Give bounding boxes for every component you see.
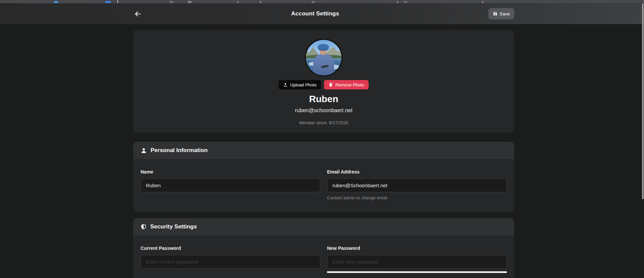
profile-name: Ruben [309, 94, 338, 105]
save-button[interactable]: Save [488, 8, 514, 19]
new-password-field: New Password [327, 246, 507, 273]
person-icon [141, 147, 147, 154]
shield-icon [141, 224, 147, 230]
browser-toolbar-strip [0, 0, 644, 3]
back-arrow-icon [134, 10, 142, 18]
name-field: Name [141, 169, 320, 200]
new-password-input[interactable] [327, 255, 507, 269]
personal-info-body: Name Email Address Contact admin to chan… [133, 159, 514, 212]
email-helper-text: Contact admin to change email [327, 195, 507, 200]
current-password-field: Current Password [141, 246, 320, 273]
toolbar-icon-fragment[interactable] [188, 1, 192, 3]
trash-icon [328, 82, 333, 87]
profile-email: ruben@schoonbaert.net [295, 108, 353, 114]
toolbar-icon-fragment[interactable] [482, 1, 483, 3]
avatar [305, 39, 342, 76]
name-label: Name [141, 169, 320, 175]
save-icon [493, 11, 497, 16]
toolbar-icon-fragment[interactable] [105, 1, 111, 3]
security-header: Security Settings [133, 218, 514, 235]
email-field: Email Address Contact admin to change em… [327, 169, 507, 200]
upload-photo-label: Upload Photo [290, 82, 317, 87]
upload-photo-button[interactable]: Upload Photo [279, 80, 321, 89]
save-button-label: Save [499, 11, 510, 16]
member-since: Member since: 9/17/2025 [299, 120, 348, 125]
toolbar-icon-fragment[interactable] [237, 1, 239, 3]
page-title: Account Settings [142, 10, 488, 17]
toolbar-icon-fragment[interactable] [404, 1, 407, 3]
personal-info-title: Personal Information [151, 147, 208, 154]
upload-icon [283, 82, 288, 87]
password-strength-bar [327, 271, 507, 273]
toolbar-icon-fragment[interactable] [397, 1, 398, 3]
main-content: Upload Photo Remove Photo Ruben ruben@sc… [0, 24, 644, 278]
security-title: Security Settings [150, 223, 197, 230]
photo-buttons: Upload Photo Remove Photo [279, 80, 369, 89]
remove-photo-button[interactable]: Remove Photo [324, 80, 369, 89]
toolbar-icon-fragment[interactable] [312, 1, 315, 3]
security-body: Current Password New Password [133, 235, 514, 278]
remove-photo-label: Remove Photo [335, 82, 364, 87]
header-container: Account Settings Save [133, 3, 514, 24]
screen: Account Settings Save [0, 0, 644, 278]
app-header: Account Settings Save [0, 3, 644, 24]
toolbar-icon-fragment[interactable] [260, 1, 261, 3]
current-password-label: Current Password [141, 246, 320, 251]
toolbar-icon-fragment[interactable] [54, 1, 58, 3]
toolbar-separator [117, 0, 118, 3]
back-button[interactable] [133, 9, 142, 18]
personal-info-header: Personal Information [133, 142, 514, 159]
avatar-person-cap [318, 44, 329, 50]
name-input[interactable] [141, 179, 320, 192]
email-label: Email Address [327, 169, 507, 175]
toolbar-icon-fragment[interactable] [170, 1, 173, 3]
profile-card: Upload Photo Remove Photo Ruben ruben@sc… [133, 30, 514, 133]
personal-info-card: Personal Information Name Email Address … [133, 142, 514, 212]
current-password-input[interactable] [141, 255, 320, 269]
security-card: Security Settings Current Password New P… [133, 218, 514, 278]
email-input[interactable] [327, 179, 507, 192]
new-password-label: New Password [327, 246, 507, 251]
scrollbar[interactable] [642, 3, 644, 199]
